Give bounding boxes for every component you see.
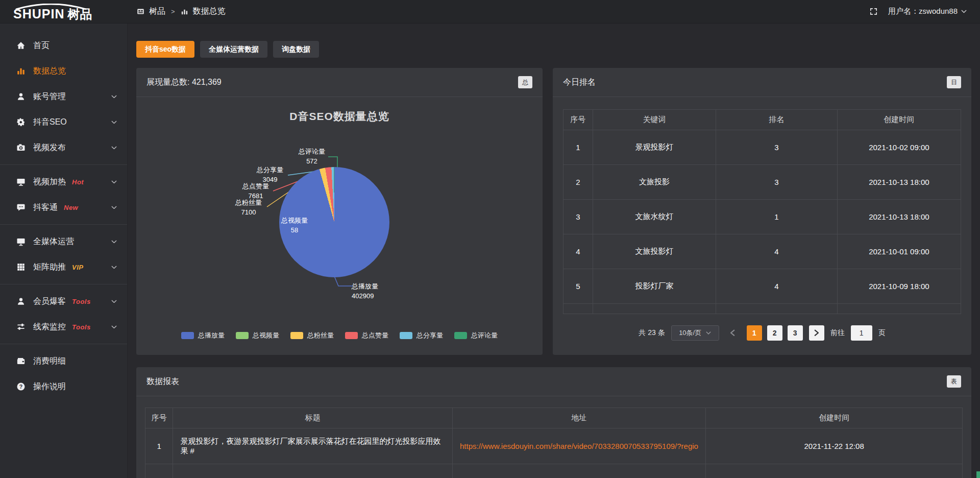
rank-cell: 2021-10-02 09:00	[837, 130, 961, 165]
pie-label-videos: 总视频量58	[275, 216, 314, 235]
pagination: 共 23 条 10条/页 123	[563, 325, 961, 341]
report-cell-url: https://www.iesdouyin.com/share/video/70…	[452, 428, 705, 464]
legend-item-shares[interactable]: 总分享量	[400, 331, 443, 340]
sidebar-item-video-heat[interactable]: 视频加热Hot	[0, 169, 127, 195]
pie-label-shares: 总分享量3049	[251, 165, 289, 185]
legend-label: 总评论量	[471, 331, 498, 340]
report-column-header: 标题	[173, 408, 453, 428]
sidebar-item-label: 矩阵助推	[33, 262, 66, 273]
tab-inquiry-data[interactable]: 询盘数据	[273, 41, 319, 58]
report-cell-index: 1	[145, 428, 173, 464]
breadcrumb-current: 数据总览	[193, 6, 226, 17]
chevron-down-icon	[111, 206, 117, 209]
chevron-right-icon	[814, 329, 819, 337]
page-size-select[interactable]: 10条/页	[671, 325, 719, 341]
sidebar-item-label: 会员爆客	[33, 296, 66, 307]
legend-item-likes[interactable]: 总点赞量	[345, 331, 388, 340]
rank-cell: 2021-10-13 18:00	[837, 165, 961, 200]
sidebar-badge: Hot	[72, 178, 84, 186]
report-card: 数据报表 表 序号标题地址创建时间 1景观投影灯，夜游景观投影灯厂家展示展示落花…	[136, 367, 971, 478]
legend-item-videos[interactable]: 总视频量	[236, 331, 279, 340]
rank-cell: 景观投影灯	[593, 130, 716, 165]
sidebar-item-label: 抖客通	[33, 202, 58, 213]
breadcrumb-root[interactable]: 树品	[149, 6, 165, 17]
sidebar-item-label: 视频加热	[33, 177, 66, 187]
sidebar-item-operation-guide[interactable]: ?操作说明	[0, 374, 127, 399]
rank-cell: 2	[564, 165, 593, 200]
chevron-down-icon	[706, 331, 711, 334]
page-button-1[interactable]: 1	[747, 325, 762, 341]
tab-media-operation-data[interactable]: 全媒体运营数据	[200, 41, 267, 58]
rank-column-header: 创建时间	[837, 110, 961, 130]
sidebar-item-label: 数据总览	[33, 66, 66, 77]
rank-cell: 1	[716, 200, 838, 234]
sidebar-item-member-baoke[interactable]: 会员爆客Tools	[0, 289, 127, 314]
rank-cell: 4	[716, 234, 838, 269]
scrollbar-thumb[interactable]	[976, 471, 980, 478]
sidebar-item-douketong[interactable]: 抖客通New	[0, 195, 127, 220]
sidebar-item-media-operation[interactable]: 全媒体运营	[0, 229, 127, 254]
monitor-icon	[16, 177, 26, 186]
next-page-button[interactable]	[809, 325, 824, 341]
legend-item-fans[interactable]: 总粉丝量	[290, 331, 334, 340]
rank-table-row: 2文旅投影32021-10-13 18:00	[564, 165, 961, 200]
help-icon: ?	[16, 382, 26, 391]
tab-douyin-seo-data[interactable]: 抖音seo数据	[136, 41, 194, 58]
page-button-3[interactable]: 3	[788, 325, 803, 341]
svg-text:?: ?	[19, 384, 22, 390]
sidebar-item-consume-detail[interactable]: 消费明细	[0, 348, 127, 374]
legend-marker	[236, 332, 249, 339]
table-toggle-button[interactable]: 表	[947, 375, 961, 388]
legend-item-comments[interactable]: 总评论量	[454, 331, 498, 340]
sidebar-item-label: 操作说明	[33, 381, 66, 392]
sidebar-item-video-publish[interactable]: 视频发布	[0, 135, 127, 160]
rank-cell: 2021-10-01 09:00	[837, 234, 961, 269]
page-button-2[interactable]: 2	[767, 325, 782, 341]
user-menu[interactable]: 用户名：zswodun88	[888, 7, 967, 16]
sidebar-divider	[0, 344, 127, 344]
total-toggle-button[interactable]: 总	[518, 76, 532, 88]
sidebar-item-clue-monitor[interactable]: 线索监控Tools	[0, 314, 127, 340]
rank-table-row: 1景观投影灯32021-10-02 09:00	[564, 130, 961, 165]
sidebar-item-label: 线索监控	[33, 322, 66, 332]
goto-page-input[interactable]	[851, 325, 872, 341]
sidebar-badge: Tools	[72, 323, 91, 331]
legend-item-plays[interactable]: 总播放量	[181, 331, 225, 340]
rank-cell: 4	[716, 269, 838, 304]
pagination-total: 共 23 条	[639, 328, 665, 338]
sidebar-item-account-manage[interactable]: 账号管理	[0, 84, 127, 109]
rank-cell: 4	[564, 234, 593, 269]
day-toggle-button[interactable]: 日	[947, 76, 961, 88]
chat-icon	[16, 203, 26, 212]
sidebar-item-data-overview[interactable]: 数据总览	[0, 58, 127, 84]
chevron-down-icon	[111, 121, 117, 124]
sidebar-divider	[0, 164, 127, 165]
chevron-down-icon	[111, 266, 117, 269]
chart-icon	[16, 66, 26, 76]
sliders-icon	[16, 322, 26, 331]
sidebar-item-matrix-boost[interactable]: 矩阵助推VIP	[0, 254, 127, 280]
report-column-header: 创建时间	[706, 408, 963, 428]
prev-page-button[interactable]	[725, 325, 741, 341]
report-link[interactable]: https://www.iesdouyin.com/share/video/70…	[460, 442, 698, 450]
rank-cell: 2021-10-09 18:00	[837, 269, 961, 304]
rank-table-row: 3文旅水纹灯12021-10-13 18:00	[564, 200, 961, 234]
sidebar-item-label: 账号管理	[33, 91, 66, 102]
rank-cell: 文旅水纹灯	[593, 200, 716, 234]
sidebar-item-label: 首页	[33, 40, 50, 51]
breadcrumb: 树品 > 数据总览	[137, 6, 226, 17]
goto-label: 前往	[830, 328, 845, 338]
main-content: 抖音seo数据全媒体运营数据询盘数据 展现量总数: 421,369 总 D音SE…	[128, 23, 980, 478]
sidebar-badge: New	[64, 204, 78, 211]
wallet-icon	[16, 356, 26, 366]
logo-arc	[13, 4, 89, 10]
sidebar-item-home[interactable]: 首页	[0, 33, 127, 58]
rank-column-header: 关键词	[593, 110, 716, 130]
sidebar-item-douyin-seo[interactable]: 抖音SEO	[0, 109, 127, 135]
pie-label-comments: 总评论量572	[292, 147, 331, 166]
fullscreen-icon[interactable]	[869, 7, 878, 16]
rank-table: 序号关键词排名创建时间 1景观投影灯32021-10-02 09:002文旅投影…	[563, 109, 961, 314]
legend-label: 总视频量	[253, 331, 279, 340]
legend-label: 总点赞量	[362, 331, 388, 340]
chevron-down-icon	[961, 10, 967, 13]
